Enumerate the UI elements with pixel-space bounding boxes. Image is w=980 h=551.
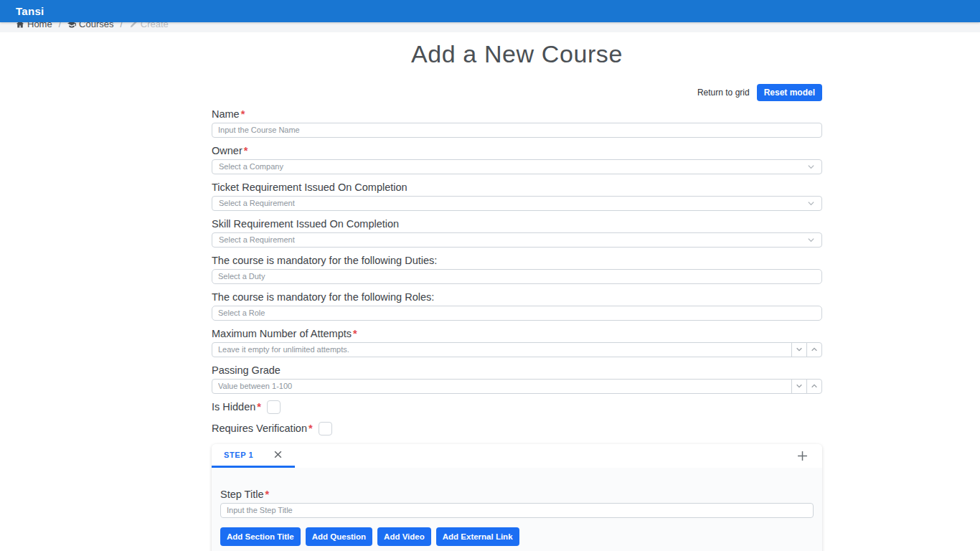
passing-grade-stepper [212,379,822,394]
label-text: The course is mandatory for the followin… [212,255,437,266]
add-step-button[interactable] [794,448,811,464]
plus-icon [797,451,808,461]
owner-select[interactable]: Select a Company [212,159,822,174]
field-max-attempts: Maximum Number of Attempts* [212,329,822,357]
label-text: Name [212,108,240,120]
add-video-button[interactable]: Add Video [377,527,431,546]
pencil-icon [129,22,138,29]
required-marker: * [265,489,269,500]
select-placeholder: Select a Requirement [219,235,295,244]
return-to-grid-link[interactable]: Return to grid [697,88,750,98]
skill-requirement-select[interactable]: Select a Requirement [212,232,822,248]
chevron-down-icon [796,382,803,390]
stepper-down-button[interactable] [791,379,807,394]
brand-title[interactable]: Tansi [16,5,44,17]
required-marker: * [308,423,313,434]
stepper-down-button[interactable] [791,342,807,357]
main-content: Add a New Course Return to grid Reset mo… [212,41,822,551]
label-text: Owner [212,145,242,156]
step-tabbar: STEP 1 [212,444,822,468]
top-navbar: Tansi [0,0,980,22]
chevron-down-icon [807,163,815,171]
step-card: STEP 1 Step Title* Add Section Title Add… [212,444,822,551]
field-roles: The course is mandatory for the followin… [212,292,822,321]
passing-grade-input[interactable] [212,379,792,394]
home-icon [16,22,24,29]
label-text: Skill Requirement Issued On Completion [212,218,399,230]
label-text: Requires Verification [212,423,307,434]
name-label: Name* [212,109,822,120]
is-hidden-checkbox[interactable] [267,400,281,414]
add-external-link-button[interactable]: Add External Link [436,527,519,546]
step-title-input[interactable] [220,503,814,518]
breadcrumb-label: Home [27,22,52,32]
label-text: Ticket Requirement Issued On Completion [212,182,407,193]
breadcrumb-item-create: Create [129,22,169,32]
is-hidden-label: Is Hidden* [212,402,261,413]
header-actions: Return to grid Reset model [212,84,822,101]
label-text: Is Hidden [212,401,255,413]
field-name: Name* [212,109,822,138]
select-placeholder: Select a Company [219,162,283,171]
breadcrumb-item-courses[interactable]: Courses [67,22,113,32]
field-is-hidden: Is Hidden* [212,400,822,414]
courses-icon [67,22,76,29]
skill-requirement-label: Skill Requirement Issued On Completion [212,219,822,230]
breadcrumb: Home / Courses / Create [0,22,980,32]
breadcrumb-separator: / [120,22,122,32]
required-marker: * [244,145,248,156]
ticket-requirement-label: Ticket Requirement Issued On Completion [212,182,822,193]
breadcrumb-label: Create [141,22,169,32]
label-text: The course is mandatory for the followin… [212,291,434,303]
reset-model-button[interactable]: Reset model [757,84,822,101]
label-text: Maximum Number of Attempts [212,328,352,339]
chevron-down-icon [807,199,815,207]
chevron-down-icon [796,346,803,353]
breadcrumb-label: Courses [79,22,113,32]
max-attempts-stepper [212,342,822,357]
required-marker: * [353,328,357,339]
field-passing-grade: Passing Grade [212,365,822,394]
step-body: Step Title* Add Section Title Add Questi… [212,468,822,551]
max-attempts-label: Maximum Number of Attempts* [212,329,822,339]
roles-label: The course is mandatory for the followin… [212,292,822,303]
add-question-button[interactable]: Add Question [306,527,372,546]
course-name-input[interactable] [212,123,822,138]
chevron-up-icon [811,346,818,353]
roles-select-input[interactable] [212,306,822,321]
label-text: Passing Grade [212,364,281,376]
step-actions: Add Section Title Add Question Add Video… [220,527,814,546]
duties-label: The course is mandatory for the followin… [212,255,822,266]
close-icon[interactable] [273,450,283,459]
chevron-up-icon [811,382,818,390]
page: Tansi Home / Courses / Create Add a New … [0,0,980,551]
required-marker: * [241,108,245,120]
duties-select-input[interactable] [212,269,822,284]
stepper-up-button[interactable] [806,379,822,394]
field-duties: The course is mandatory for the followin… [212,255,822,284]
breadcrumb-item-home[interactable]: Home [16,22,52,32]
add-section-title-button[interactable]: Add Section Title [220,527,301,546]
stepper-up-button[interactable] [806,342,822,357]
page-title: Add a New Course [212,41,822,67]
tab-label: STEP 1 [224,451,253,459]
field-ticket-requirement: Ticket Requirement Issued On Completion … [212,182,822,211]
field-skill-requirement: Skill Requirement Issued On Completion S… [212,219,822,248]
breadcrumb-separator: / [59,22,61,32]
select-placeholder: Select a Requirement [219,199,295,207]
ticket-requirement-select[interactable]: Select a Requirement [212,196,822,211]
requires-verification-label: Requires Verification* [212,423,313,434]
owner-label: Owner* [212,146,822,156]
chevron-down-icon [807,236,815,244]
step-title-label: Step Title* [220,489,814,500]
max-attempts-input[interactable] [212,342,792,357]
passing-grade-label: Passing Grade [212,365,822,376]
label-text: Step Title [220,489,263,500]
required-marker: * [257,401,261,413]
field-owner: Owner* Select a Company [212,146,822,174]
requires-verification-checkbox[interactable] [319,422,332,435]
tab-step-1[interactable]: STEP 1 [212,444,295,468]
field-requires-verification: Requires Verification* [212,422,822,435]
